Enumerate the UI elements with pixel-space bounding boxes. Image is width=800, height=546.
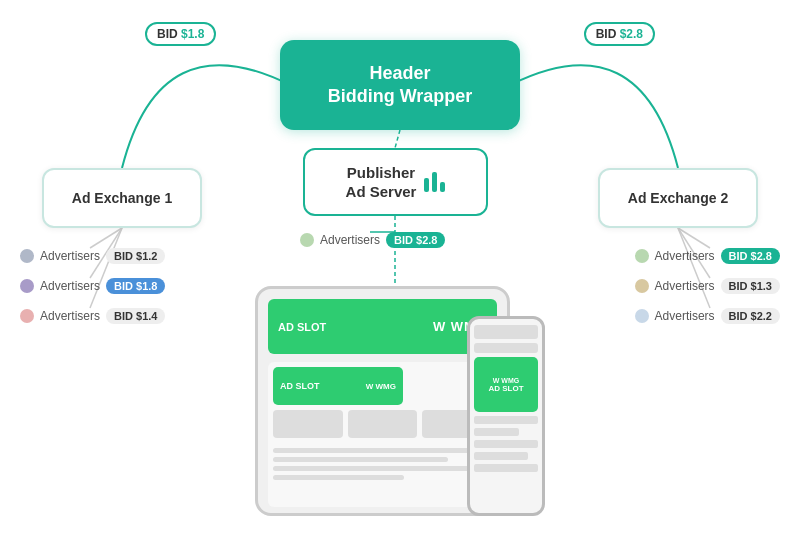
adv-r3-bid: BID $2.2 <box>721 308 780 324</box>
adv-right-3: Advertisers BID $2.2 <box>635 308 780 324</box>
adv-r2-bid: BID $1.3 <box>721 278 780 294</box>
tablet-ad-slot: AD SLOT W WMG <box>268 299 497 354</box>
adv-r1-bid: BID $2.8 <box>721 248 780 264</box>
phone-ph-1 <box>474 325 538 339</box>
adv-center-1: Advertisers BID $2.8 <box>300 232 445 248</box>
adv-r1-label: Advertisers <box>655 249 715 263</box>
adv-l3-bid: BID $1.4 <box>106 308 165 324</box>
ph-line-3 <box>273 466 470 471</box>
ad-exchange-2-box: Ad Exchange 2 <box>598 168 758 228</box>
adv-right-1: Advertisers BID $2.8 <box>635 248 780 264</box>
ph-line-2 <box>273 457 448 462</box>
svg-line-0 <box>395 130 400 148</box>
bid-arc-left-amount: $1.8 <box>181 27 204 41</box>
adv-r3-label: Advertisers <box>655 309 715 323</box>
phone-ph-sm-5 <box>474 464 538 472</box>
adv-dot-r2 <box>635 279 649 293</box>
ad-exchange-1-label: Ad Exchange 1 <box>72 190 172 206</box>
bar-1 <box>424 178 429 192</box>
pas-bars <box>424 172 445 192</box>
adv-dot-l3 <box>20 309 34 323</box>
adv-dot-l1 <box>20 249 34 263</box>
adv-l1-bid: BID $1.2 <box>106 248 165 264</box>
adv-left-3: Advertisers BID $1.4 <box>20 308 165 324</box>
adv-l3-label: Advertisers <box>40 309 100 323</box>
adv-right-2: Advertisers BID $1.3 <box>635 278 780 294</box>
phone-ph-sm-2 <box>474 428 519 436</box>
ph-line-1 <box>273 448 492 453</box>
bar-3 <box>440 182 445 192</box>
tablet-ad-slot-label: AD SLOT <box>278 321 326 333</box>
ph-line-4 <box>273 475 404 480</box>
ad-exchange-1-box: Ad Exchange 1 <box>42 168 202 228</box>
ad-exchange-2-label: Ad Exchange 2 <box>628 190 728 206</box>
phone-ph-2 <box>474 343 538 353</box>
bar-2 <box>432 172 437 192</box>
publisher-ad-server-box: PublisherAd Server <box>303 148 488 216</box>
phone-ph-sm-3 <box>474 440 538 448</box>
adv-c1-bid: BID $2.8 <box>386 232 445 248</box>
adv-l2-label: Advertisers <box>40 279 100 293</box>
adv-dot-r1 <box>635 249 649 263</box>
phone-ph-sm-1 <box>474 416 538 424</box>
phone-wmg: W WMG <box>493 377 519 384</box>
svg-line-7 <box>678 228 710 308</box>
tablet-inner-content: AD SLOT W WMG <box>268 362 497 507</box>
device-area: AD SLOT W WMG AD SLOT W WMG <box>255 286 545 536</box>
ph-block-2 <box>348 410 418 438</box>
svg-line-5 <box>678 228 710 248</box>
adv-left-1: Advertisers BID $1.2 <box>20 248 165 264</box>
svg-line-4 <box>90 228 122 308</box>
phone-ad-slot: W WMG AD SLOT <box>474 357 538 412</box>
bid-arc-left: BID $1.8 <box>145 22 216 46</box>
tablet-placeholder-lines <box>273 448 492 480</box>
adv-l1-label: Advertisers <box>40 249 100 263</box>
svg-line-2 <box>90 228 122 248</box>
adv-dot-r3 <box>635 309 649 323</box>
phone-mockup: W WMG AD SLOT <box>467 316 545 516</box>
tablet-inner-ad: AD SLOT W WMG <box>273 367 403 405</box>
header-bidding-wrapper-box: HeaderBidding Wrapper <box>280 40 520 130</box>
adv-l2-bid: BID $1.8 <box>106 278 165 294</box>
adv-c1-label: Advertisers <box>320 233 380 247</box>
phone-ad-label: AD SLOT <box>488 384 523 393</box>
tablet-inner-wmg: W WMG <box>366 382 396 391</box>
adv-r2-label: Advertisers <box>655 279 715 293</box>
phone-ph-sm-4 <box>474 452 528 460</box>
ph-block-1 <box>273 410 343 438</box>
hbw-label: HeaderBidding Wrapper <box>328 62 473 109</box>
adv-dot-c1 <box>300 233 314 247</box>
tablet-grid <box>273 410 492 443</box>
diagram-container: BID $1.8 BID $2.8 HeaderBidding Wrapper … <box>0 0 800 546</box>
pas-label: PublisherAd Server <box>346 163 417 202</box>
bid-arc-right-amount: $2.8 <box>620 27 643 41</box>
adv-dot-l2 <box>20 279 34 293</box>
tablet-inner-ad-label: AD SLOT <box>280 381 320 391</box>
bid-arc-right: BID $2.8 <box>584 22 655 46</box>
adv-left-2: Advertisers BID $1.8 <box>20 278 165 294</box>
